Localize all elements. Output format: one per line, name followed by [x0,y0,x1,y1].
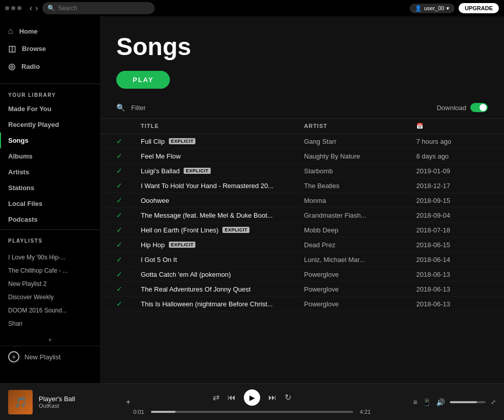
song-date: 2018-12-17 [416,182,488,190]
song-title-cell: Hip Hop EXPLICIT [141,241,304,249]
volume-icon[interactable]: 🔊 [436,398,445,406]
song-title: I Want To Hold Your Hand - Remastered 20… [141,182,273,190]
table-row[interactable]: ✓ Gotta Catch 'em All (pokemon) Powerglo… [100,267,504,282]
sidebar-item-made-for-you[interactable]: Made For You [0,101,100,117]
user-button[interactable]: 👤 user_00 ▾ [410,4,455,13]
scroll-down-indicator[interactable]: ▾ [0,334,100,346]
song-date: 2018-07-18 [416,226,488,234]
song-artist: Luniz, Michael Mar... [304,256,416,264]
table-row[interactable]: ✓ Hip Hop EXPLICIT Dead Prez 2018-06-15 [100,238,504,252]
playlist-item-4[interactable]: DOOM 2016 Sound... [0,304,100,317]
sidebar-item-recently-played[interactable]: Recently Played [0,117,100,133]
table-row[interactable]: ✓ The Message (feat. Melle Mel & Duke Bo… [100,208,504,223]
sidebar-label-songs: Songs [8,137,29,144]
sidebar-item-local-files[interactable]: Local Files [0,196,100,212]
volume-bar[interactable] [450,401,486,403]
progress-bar[interactable] [151,411,353,413]
browse-icon: ◫ [8,44,16,54]
queue-button[interactable]: ≡ [413,398,417,406]
download-label: Download [437,104,466,112]
top-right-controls: 👤 user_00 ▾ UPGRADE [410,3,499,13]
user-icon: 👤 [415,5,422,12]
header-artist: ARTIST [304,123,416,129]
new-playlist-button[interactable]: + New Playlist [0,346,100,368]
download-area: Download [437,103,488,112]
check-icon: ✓ [116,270,141,278]
sidebar-item-songs[interactable]: Songs [0,133,100,148]
track-info: Player's Ball OutKast [39,395,120,409]
song-title: Luigi's Ballad [141,167,180,175]
now-playing: 🎵 Player's Ball OutKast + [8,390,131,414]
search-bar: 🔍 [42,2,155,14]
sidebar-label-browse: Browse [22,45,46,52]
plus-icon: + [8,351,19,362]
sidebar-label-recently-played: Recently Played [8,121,59,128]
player-controls: ⇄ ⏮ ▶ ⏭ ↻ 0:01 4:21 [131,389,373,415]
repeat-button[interactable]: ↻ [285,392,291,402]
song-date: 8 days ago [416,152,488,160]
filter-input[interactable] [131,104,431,112]
upgrade-button[interactable]: UPGRADE [459,3,499,13]
player-bar: 🎵 Player's Ball OutKast + ⇄ ⏮ ▶ ⏭ ↻ 0:01… [0,383,504,420]
next-button[interactable]: ⏭ [268,393,276,402]
table-row[interactable]: ✓ I Got 5 On It Luniz, Michael Mar... 20… [100,252,504,267]
nav-forward-button[interactable]: › [35,4,38,13]
song-title: Full Clip [141,138,165,145]
song-title: The Message (feat. Melle Mel & Duke Boot… [141,212,273,219]
sidebar-divider-1 [0,84,100,84]
sidebar-item-artists[interactable]: Artists [0,164,100,180]
sidebar-item-browse[interactable]: ◫ Browse [0,40,100,58]
track-artist: OutKast [39,403,120,409]
song-title: Hip Hop [141,241,165,249]
song-title-cell: I Want To Hold Your Hand - Remastered 20… [141,182,304,190]
table-row[interactable]: ✓ The Real Adventures Of Jonny Quest Pow… [100,282,504,297]
song-artist: Powerglove [304,285,416,293]
sidebar-label-radio: Radio [21,63,40,70]
previous-button[interactable]: ⏮ [228,393,236,402]
song-date: 2018-09-04 [416,212,488,219]
table-row[interactable]: ✓ This Is Halloween (nightmare Before Ch… [100,297,504,311]
radio-icon: ◎ [8,62,15,71]
check-icon: ✓ [116,255,141,264]
playlist-item-0[interactable]: I Love My '90s Hip-... [0,251,100,264]
add-to-library-button[interactable]: + [126,398,131,407]
check-icon: ✓ [116,152,141,160]
playlist-item-3[interactable]: Discover Weekly [0,291,100,304]
song-title-cell: The Real Adventures Of Jonny Quest [141,285,304,293]
table-row[interactable]: ✓ Luigi's Ballad EXPLICIT Starbomb 2019-… [100,164,504,178]
download-toggle[interactable] [470,103,488,112]
sidebar-label-artists: Artists [8,168,29,176]
new-playlist-label: New Playlist [24,353,61,361]
table-row[interactable]: ✓ Ooohwee Monma 2018-09-15 [100,193,504,208]
nav-back-button[interactable]: ‹ [30,4,32,13]
sidebar-item-home[interactable]: ⌂ Home [0,22,100,40]
header-title: TITLE [141,123,304,129]
sidebar-label-podcasts: Podcasts [8,216,38,223]
song-title-cell: Luigi's Ballad EXPLICIT [141,167,304,175]
playlist-item-5[interactable]: Shan [0,317,100,330]
playlist-item-1[interactable]: The Chillhop Cafe - ... [0,264,100,277]
table-row[interactable]: ✓ I Want To Hold Your Hand - Remastered … [100,178,504,193]
sidebar-item-podcasts[interactable]: Podcasts [0,212,100,227]
library-section-title: YOUR LIBRARY [0,86,100,101]
song-artist: Mobb Deep [304,226,416,234]
fullscreen-button[interactable]: ⤢ [491,399,496,406]
shuffle-button[interactable]: ⇄ [213,392,219,402]
sidebar-item-stations[interactable]: Stations [0,180,100,196]
play-pause-button[interactable]: ▶ [244,389,260,406]
sidebar-divider-2 [0,229,100,230]
song-artist: Gang Starr [304,138,416,145]
table-row[interactable]: ✓ Hell on Earth (Front Lines) EXPLICIT M… [100,223,504,238]
nav-arrows: ‹ › [30,4,38,13]
song-artist: Powerglove [304,271,416,278]
table-row[interactable]: ✓ Full Clip EXPLICIT Gang Starr 7 hours … [100,134,504,149]
check-icon: ✓ [116,300,141,308]
song-title: I Got 5 On It [141,256,177,264]
device-button[interactable]: 📱 [422,398,431,406]
play-button[interactable]: PLAY [116,71,170,89]
playlist-item-2[interactable]: New Playlist 2 [0,277,100,291]
table-row[interactable]: ✓ Feel Me Flow Naughty By Nature 8 days … [100,149,504,164]
search-input[interactable] [58,5,149,12]
sidebar-item-radio[interactable]: ◎ Radio [0,58,100,75]
sidebar-item-albums[interactable]: Albums [0,148,100,164]
